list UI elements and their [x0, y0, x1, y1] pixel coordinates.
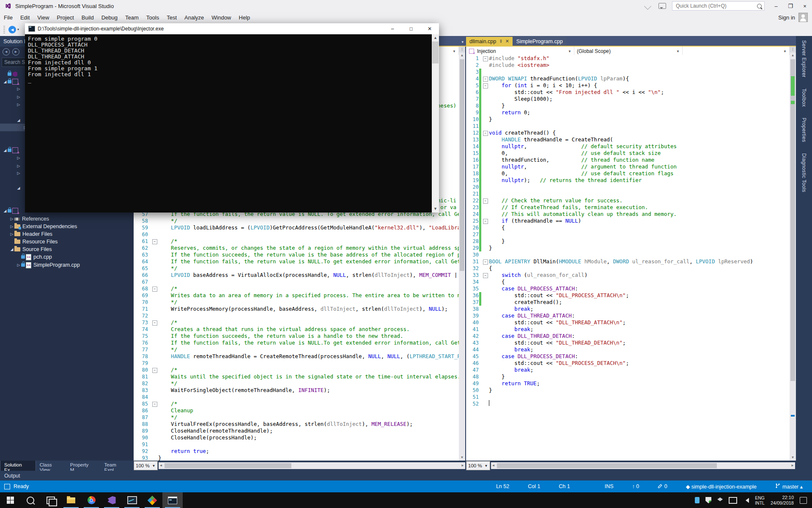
taskbar-search-button[interactable] — [20, 492, 41, 508]
code-line[interactable]: 81 Waits until the specified object is i… — [134, 373, 459, 380]
code-line[interactable]: 73− /* — [134, 319, 459, 326]
code-line[interactable]: 41 break; — [466, 326, 790, 333]
code-line[interactable]: 13 HANDLE threadHandle = CreateThread( — [466, 136, 790, 143]
sign-in-link[interactable]: Sign in — [778, 14, 795, 21]
code-line[interactable]: 84 — [134, 394, 459, 400]
code-line[interactable]: 62 Reserves, commits, or changes the sta… — [134, 245, 459, 251]
minimize-button[interactable]: – — [769, 0, 783, 12]
quick-launch-box[interactable] — [672, 1, 765, 11]
code-line[interactable]: 8 } — [466, 102, 790, 109]
expanded-arrow-icon[interactable]: ◢ — [16, 118, 21, 122]
menu-project[interactable]: Project — [53, 13, 77, 22]
side-tab-diagnostic-tools[interactable]: Diagnostic Tools — [801, 153, 807, 192]
close-button[interactable]: × — [798, 0, 812, 12]
code-line[interactable]: 86 Cleanup — [134, 407, 459, 414]
code-line[interactable]: 38 break; — [466, 306, 790, 312]
right-zoom-control[interactable]: 100 % ▼ — [466, 461, 490, 470]
output-panel-tab[interactable]: Output — [0, 471, 812, 480]
scrollbar-thumb[interactable] — [790, 59, 795, 381]
navigate-backward-button[interactable]: ◄ — [8, 26, 16, 33]
code-line[interactable]: 34 { — [466, 279, 790, 285]
middle-zoom-control[interactable]: 100 % ▼ — [134, 461, 158, 470]
code-line[interactable]: 76 If the function fails, the return val… — [134, 340, 459, 346]
collapse-region-icon[interactable]: − — [483, 273, 488, 278]
collapse-region-icon[interactable]: − — [152, 320, 157, 326]
collapse-region-icon[interactable]: − — [152, 239, 157, 244]
collapsed-arrow-icon[interactable]: ▷ — [9, 224, 14, 229]
scroll-left-icon[interactable]: ◄ — [159, 462, 164, 469]
code-line[interactable]: 88 VirtualFreeEx(processHandle, baseAddr… — [134, 421, 459, 428]
code-line[interactable]: 24 // This will automatically clean up t… — [466, 211, 790, 218]
code-line[interactable]: 15 0, // use default stack size — [466, 150, 790, 157]
restore-button[interactable]: ❐ — [783, 0, 798, 12]
expanded-arrow-icon[interactable]: ◢ — [9, 247, 14, 251]
language-indicator[interactable]: ENGINTL — [755, 495, 765, 505]
code-line[interactable]: 19 nullptr); // returns the thread ident… — [466, 177, 790, 184]
side-tab-toolbox[interactable]: Toolbox — [801, 88, 807, 107]
menu-test[interactable]: Test — [163, 13, 181, 22]
quick-launch-input[interactable] — [675, 3, 757, 9]
menu-analyze[interactable]: Analyze — [181, 13, 208, 22]
collapsed-arrow-icon[interactable]: ▷ — [16, 95, 21, 99]
code-line[interactable]: 10} — [466, 116, 790, 123]
code-line[interactable]: 28 } — [466, 238, 790, 245]
tree-item-pch-cpp[interactable]: pch.cpp — [0, 253, 150, 261]
right-code-editor[interactable]: 1−#include "stdafx.h"2#include <iostream… — [466, 55, 790, 461]
code-line[interactable]: 29} — [466, 245, 790, 251]
code-line[interactable]: 4−DWORD WINAPI threadFunction(LPVOID lpP… — [466, 75, 790, 82]
collapse-region-icon[interactable]: − — [483, 131, 488, 136]
code-line[interactable]: 74 Creates a thread that runs in the vir… — [134, 326, 459, 333]
code-line[interactable]: 1−#include "stdafx.h" — [466, 55, 790, 62]
menu-team[interactable]: Team — [121, 13, 143, 22]
code-line[interactable]: 71 WriteProcessMemory(processHandle, bas… — [134, 306, 459, 312]
code-line[interactable]: 21 — [466, 190, 790, 197]
code-line[interactable]: 66 LPVOID baseAddress = VirtualAllocEx(p… — [134, 272, 459, 279]
menu-window[interactable]: Window — [208, 13, 235, 22]
scroll-up-icon[interactable]: ▲ — [790, 52, 796, 58]
code-line[interactable]: 89 CloseHandle(remoteThreadHandle); — [134, 428, 459, 434]
code-line[interactable]: 92 return true; — [134, 448, 459, 455]
code-line[interactable]: 22− // Check the return value for succes… — [466, 197, 790, 204]
code-line[interactable]: 51 — [466, 394, 790, 400]
tree-item-simpleprogram-cpp[interactable]: ▷SimpleProgram.cpp — [0, 261, 150, 269]
code-line[interactable]: 79 — [134, 360, 459, 367]
code-line[interactable]: 59 LPVOID loadLibAddress = (LPVOID)GetPr… — [134, 224, 459, 231]
splitter-handle[interactable]: ⁞ — [790, 47, 796, 52]
your-phone-tray-icon[interactable] — [695, 497, 700, 503]
action-center-icon[interactable] — [800, 497, 807, 504]
code-line[interactable]: 44 break; — [466, 346, 790, 353]
project-dropdown[interactable]: Injection ▼ — [466, 47, 574, 56]
code-line[interactable]: 64 If the function fails, the return val… — [134, 258, 459, 265]
feedback-icon[interactable] — [658, 3, 666, 9]
defender-tray-icon[interactable] — [705, 497, 711, 503]
taskbar-visual-studio-button[interactable] — [102, 492, 122, 508]
console-scrollbar[interactable]: ▲ ▼ — [432, 34, 439, 213]
code-line[interactable]: 93} — [134, 455, 459, 461]
console-maximize-button[interactable]: □ — [402, 23, 420, 34]
collapsed-arrow-icon[interactable]: ▷ — [9, 232, 14, 236]
code-line[interactable]: 78 HANDLE remoteThreadHandle = CreateRem… — [134, 353, 459, 360]
console-minimize-button[interactable]: – — [383, 23, 402, 34]
code-line[interactable]: 11 — [466, 123, 790, 130]
display-tray-icon[interactable] — [729, 497, 737, 504]
menu-build[interactable]: Build — [78, 13, 98, 22]
scope-dropdown[interactable]: (Global Scope) ▼ — [574, 47, 683, 56]
code-line[interactable]: 83 WaitForSingleObject(remoteThreadHandl… — [134, 387, 459, 394]
back-icon[interactable]: ◄ — [3, 48, 10, 55]
code-line[interactable]: 39 case DLL_THREAD_ATTACH: — [466, 312, 790, 319]
code-line[interactable]: 20 — [466, 184, 790, 190]
scroll-left-icon[interactable]: ◄ — [491, 462, 496, 469]
collapse-region-icon[interactable]: − — [483, 260, 488, 265]
code-line[interactable]: 70 */ — [134, 299, 459, 306]
code-line[interactable]: 48 } — [466, 373, 790, 380]
menu-file[interactable]: File — [0, 13, 16, 22]
scroll-up-icon[interactable]: ▲ — [459, 52, 465, 58]
code-line[interactable]: 82 */ — [134, 380, 459, 387]
code-line[interactable]: 90 CloseHandle(processHandle); — [134, 434, 459, 441]
code-line[interactable]: 32{ — [466, 265, 790, 272]
code-line[interactable]: 58 */ — [134, 218, 459, 224]
code-line[interactable]: 2#include <iostream> — [466, 62, 790, 69]
menu-help[interactable]: Help — [235, 13, 254, 22]
collapsed-arrow-icon[interactable]: ▷ — [16, 171, 21, 175]
forward-icon[interactable]: ► — [12, 48, 19, 55]
